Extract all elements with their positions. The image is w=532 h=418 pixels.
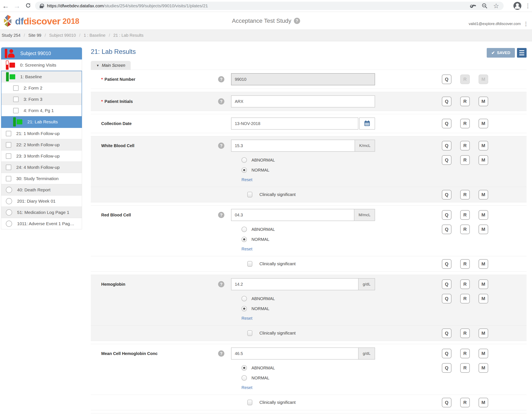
query-button[interactable]: Q <box>442 328 451 338</box>
reason-button[interactable]: R <box>460 279 470 289</box>
reason-button[interactable]: R <box>460 398 470 407</box>
sidebar-item-3-month[interactable]: 23: 3 Month Follow-up <box>1 151 82 162</box>
reason-button[interactable]: R <box>460 294 470 303</box>
reset-link[interactable]: Reset <box>242 385 252 390</box>
wbc-clinically-significant-checkbox[interactable] <box>247 192 252 197</box>
breadcrumb-site[interactable]: Site 99 <box>28 33 41 38</box>
sidebar-item-adverse-event[interactable]: 1011: Adverse Event 1 Pag… <box>1 218 82 229</box>
query-button[interactable]: Q <box>442 363 451 373</box>
patient-initials-input[interactable] <box>231 95 375 107</box>
reset-link[interactable]: Reset <box>242 316 252 321</box>
sidebar-item-death-report[interactable]: 40: Death Report <box>1 184 82 196</box>
reason-button[interactable]: R <box>460 363 470 373</box>
query-button[interactable]: Q <box>442 294 451 303</box>
missing-button[interactable]: M <box>479 225 488 234</box>
sidebar-item-diary-week[interactable]: 201: Diary Week 01 <box>1 196 82 207</box>
missing-button[interactable]: M <box>479 294 488 303</box>
hemoglobin-abnormal-radio[interactable] <box>242 296 247 301</box>
collection-date-input[interactable] <box>231 117 358 130</box>
breadcrumb-study[interactable]: Study 254 <box>2 33 21 38</box>
sidebar-subject-header[interactable]: Subject 99010 <box>1 47 82 59</box>
bookmark-star-icon[interactable]: ☆ <box>493 3 499 9</box>
mchc-abnormal-radio[interactable] <box>242 365 247 371</box>
reset-link[interactable]: Reset <box>242 247 252 252</box>
missing-button[interactable]: M <box>479 279 488 289</box>
reason-button[interactable]: R <box>460 259 470 269</box>
missing-button[interactable]: M <box>479 328 488 338</box>
query-button[interactable]: Q <box>442 155 451 165</box>
query-button[interactable]: Q <box>442 97 451 106</box>
calendar-button[interactable] <box>359 117 375 130</box>
hemoglobin-value-input[interactable] <box>231 278 359 290</box>
reset-link[interactable]: Reset <box>242 177 252 182</box>
field-help-icon[interactable]: ? <box>218 142 224 149</box>
sidebar-item-lab-results[interactable]: 21: Lab Results <box>1 116 81 128</box>
query-button[interactable]: Q <box>442 349 451 358</box>
zoom-out-icon[interactable] <box>482 3 488 9</box>
missing-button[interactable]: M <box>479 97 488 106</box>
query-button[interactable]: Q <box>442 210 451 220</box>
wbc-abnormal-radio[interactable] <box>242 157 247 163</box>
sidebar-item-medication-log[interactable]: 51: Medication Log Page 1 <box>1 207 82 218</box>
reason-button[interactable]: R <box>460 97 470 106</box>
reason-button[interactable]: R <box>460 155 470 165</box>
query-button[interactable]: Q <box>442 225 451 234</box>
field-help-icon[interactable]: ? <box>218 76 224 82</box>
field-help-icon[interactable]: ? <box>218 212 224 218</box>
header-menu-icon[interactable]: ⋮ <box>523 21 529 27</box>
mchc-clinically-significant-checkbox[interactable] <box>247 400 252 405</box>
reason-button[interactable]: R <box>460 119 470 128</box>
sidebar-item-4-month[interactable]: 24: 4 Month Follow-up <box>1 162 82 173</box>
reason-button[interactable]: R <box>460 210 470 220</box>
reason-button[interactable]: R <box>460 190 470 199</box>
missing-button[interactable]: M <box>479 363 488 373</box>
query-button[interactable]: Q <box>442 119 451 128</box>
query-button[interactable]: Q <box>442 279 451 289</box>
tab-main-screen[interactable]: ▼ Main Screen <box>91 61 131 70</box>
hamburger-menu-button[interactable] <box>517 48 527 58</box>
missing-button[interactable]: M <box>479 210 488 220</box>
sidebar-item-form-2[interactable]: 2: Form 2 <box>1 82 81 94</box>
back-icon[interactable]: ← <box>0 2 11 9</box>
mchc-value-input[interactable] <box>231 348 359 360</box>
missing-button[interactable]: M <box>479 398 488 407</box>
query-button[interactable]: Q <box>442 141 451 151</box>
hemoglobin-clinically-significant-checkbox[interactable] <box>247 330 252 336</box>
reason-button[interactable]: R <box>460 349 470 358</box>
missing-button[interactable]: M <box>479 141 488 151</box>
profile-avatar-icon[interactable] <box>513 2 521 10</box>
rbc-clinically-significant-checkbox[interactable] <box>247 261 252 267</box>
sidebar-item-1-month[interactable]: 21: 1 Month Follow-up <box>1 128 82 139</box>
sidebar-item-form-3[interactable]: 3: Form 3 <box>1 94 81 105</box>
reload-icon[interactable] <box>23 2 34 10</box>
query-button[interactable]: Q <box>442 190 451 199</box>
browser-menu-icon[interactable]: ⋮ <box>524 2 532 9</box>
rbc-value-input[interactable] <box>231 209 354 221</box>
rbc-normal-radio[interactable] <box>242 237 247 242</box>
field-help-icon[interactable]: ? <box>218 350 224 357</box>
missing-button[interactable]: M <box>479 155 488 165</box>
wbc-normal-radio[interactable] <box>242 167 247 173</box>
mchc-normal-radio[interactable] <box>242 375 247 381</box>
study-help-icon[interactable]: ? <box>294 18 300 24</box>
field-help-icon[interactable]: ? <box>218 98 224 104</box>
missing-button[interactable]: M <box>479 259 488 269</box>
sidebar-item-study-termination[interactable]: 30: Study Termination <box>1 173 82 184</box>
saved-button[interactable]: ✔ SAVED <box>487 48 515 58</box>
key-icon[interactable] <box>470 3 476 9</box>
wbc-value-input[interactable] <box>231 139 355 152</box>
missing-button[interactable]: M <box>479 190 488 199</box>
sidebar-item-screening-visits[interactable]: 0: Screening Visits <box>1 59 82 71</box>
url-bar[interactable]: https://dfwebdev.datafax.com/studies/254… <box>35 2 504 10</box>
missing-button[interactable]: M <box>479 349 488 358</box>
sidebar-item-form-4[interactable]: 4: Form 4, Pg 1 <box>1 105 81 116</box>
breadcrumb-plate[interactable]: 21 : Lab Results <box>113 33 144 38</box>
missing-button[interactable]: M <box>479 119 488 128</box>
sidebar-item-2-month[interactable]: 22: 2 Month Follow-up <box>1 139 82 151</box>
field-help-icon[interactable]: ? <box>218 281 224 287</box>
reason-button[interactable]: R <box>460 328 470 338</box>
query-button[interactable]: Q <box>442 74 451 84</box>
reason-button[interactable]: R <box>460 141 470 151</box>
rbc-abnormal-radio[interactable] <box>242 227 247 232</box>
hemoglobin-normal-radio[interactable] <box>242 306 247 311</box>
